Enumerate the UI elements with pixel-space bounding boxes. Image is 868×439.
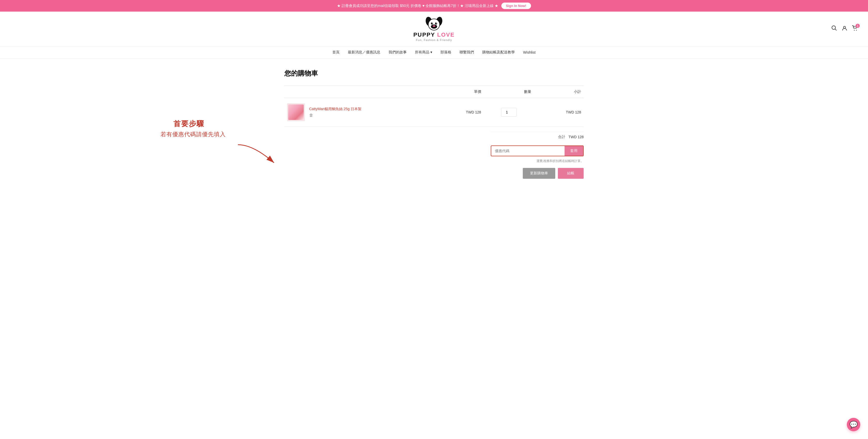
svg-point-11 xyxy=(843,26,845,28)
cart-actions: 更新購物車 結帳 xyxy=(491,168,584,179)
search-icon[interactable] xyxy=(831,25,837,32)
annotation-arrow-icon xyxy=(233,142,284,168)
annotation-line2: 若有優惠代碼請優先填入 xyxy=(160,130,226,138)
cart-footer: 首要步驟 若有優惠代碼請優先填入 合計 TWD 128 套用 xyxy=(284,132,584,179)
cart-summary: 合計 TWD 128 套用 運費,稅務和折扣將在結帳時計算。 更新購物車 結帳 xyxy=(491,132,584,179)
cart-badge: 1 xyxy=(856,24,860,28)
cart-table: 單價 數量 小計 CattyMan貓用鯛魚絲 25g 日本製 🗑 xyxy=(284,86,584,127)
svg-point-4 xyxy=(431,23,433,25)
banner-text: ★ 註冊會員成功請至您的mail信箱領取 $50元 折價卷 ♥ 全館服飾結帳再7… xyxy=(337,4,498,8)
svg-point-8 xyxy=(433,25,435,27)
coupon-row: 套用 xyxy=(491,146,584,156)
shipping-note: 運費,稅務和折扣將在結帳時計算。 xyxy=(491,159,584,163)
svg-point-5 xyxy=(435,23,437,25)
col-quantity: 數量 xyxy=(484,86,534,98)
svg-point-13 xyxy=(856,30,857,31)
page-title: 您的購物車 xyxy=(284,69,584,78)
subtotal-value: TWD 128 xyxy=(534,98,584,127)
account-icon[interactable] xyxy=(842,25,847,32)
apply-coupon-button[interactable]: 套用 xyxy=(564,146,583,156)
nav-item-checkout-guide[interactable]: 購物結帳及配送教學 xyxy=(482,50,515,55)
nav-item-blog[interactable]: 部落格 xyxy=(440,50,451,55)
logo[interactable]: PUPPY LOVE Fun, Fashion & Friendly xyxy=(413,16,455,41)
logo-subtitle-text: Fun, Fashion & Friendly xyxy=(416,38,452,41)
svg-point-12 xyxy=(854,30,855,31)
main-nav: 首頁 最新消息／優惠訊息 我們的故事 所有商品 ▾ 部落格 聯繫我們 購物結帳及… xyxy=(0,46,868,59)
svg-point-6 xyxy=(432,23,433,24)
main-content: 您的購物車 單價 數量 小計 CattyMan貓用鯛魚絲 25g 日本製 xyxy=(279,59,589,189)
svg-point-9 xyxy=(832,26,836,29)
nav-item-home[interactable]: 首頁 xyxy=(332,50,340,55)
quantity-cell xyxy=(484,98,534,127)
nav-item-news[interactable]: 最新消息／優惠訊息 xyxy=(348,50,380,55)
product-image xyxy=(287,103,305,121)
sign-in-button[interactable]: Sign In Now! xyxy=(501,3,531,9)
logo-dog-icon xyxy=(425,16,443,32)
logo-brand-text: PUPPY LOVE xyxy=(413,32,455,38)
nav-item-contact[interactable]: 聯繫我們 xyxy=(460,50,474,55)
annotation-line1: 首要步驟 xyxy=(174,119,204,129)
col-subtotal: 小計 xyxy=(534,86,584,98)
header: PUPPY LOVE Fun, Fashion & Friendly 1 xyxy=(0,11,868,46)
table-row: CattyMan貓用鯛魚絲 25g 日本製 🗑 TWD 128 TWD 128 xyxy=(284,98,584,127)
product-info: CattyMan貓用鯛魚絲 25g 日本製 🗑 xyxy=(309,107,362,118)
checkout-button[interactable]: 結帳 xyxy=(558,168,584,179)
nav-item-wishlist[interactable]: Wishlist xyxy=(523,50,535,55)
total-value: TWD 128 xyxy=(568,135,584,139)
nav-item-products[interactable]: 所有商品 ▾ xyxy=(415,50,432,55)
product-cell: CattyMan貓用鯛魚絲 25g 日本製 🗑 xyxy=(287,103,431,121)
quantity-input[interactable] xyxy=(501,108,517,117)
col-product xyxy=(284,86,434,98)
nav-item-story[interactable]: 我們的故事 xyxy=(389,50,407,55)
delete-icon[interactable]: 🗑 xyxy=(309,113,362,118)
total-label: 合計 xyxy=(558,135,565,139)
update-cart-button[interactable]: 更新購物車 xyxy=(523,168,555,179)
annotation-overlay: 首要步驟 若有優惠代碼請優先填入 xyxy=(160,116,289,181)
svg-line-10 xyxy=(835,29,837,31)
top-banner: ★ 註冊會員成功請至您的mail信箱領取 $50元 折價卷 ♥ 全館服飾結帳再7… xyxy=(0,0,868,11)
summary-total: 合計 TWD 128 xyxy=(491,132,584,142)
cart-icon[interactable]: 1 xyxy=(852,25,858,32)
svg-point-7 xyxy=(436,23,437,24)
product-link[interactable]: CattyMan貓用鯛魚絲 25g 日本製 xyxy=(309,107,362,112)
header-icons: 1 xyxy=(831,25,858,32)
col-unit-price: 單價 xyxy=(434,86,484,98)
product-price: TWD 128 xyxy=(434,98,484,127)
coupon-input[interactable] xyxy=(491,146,564,156)
